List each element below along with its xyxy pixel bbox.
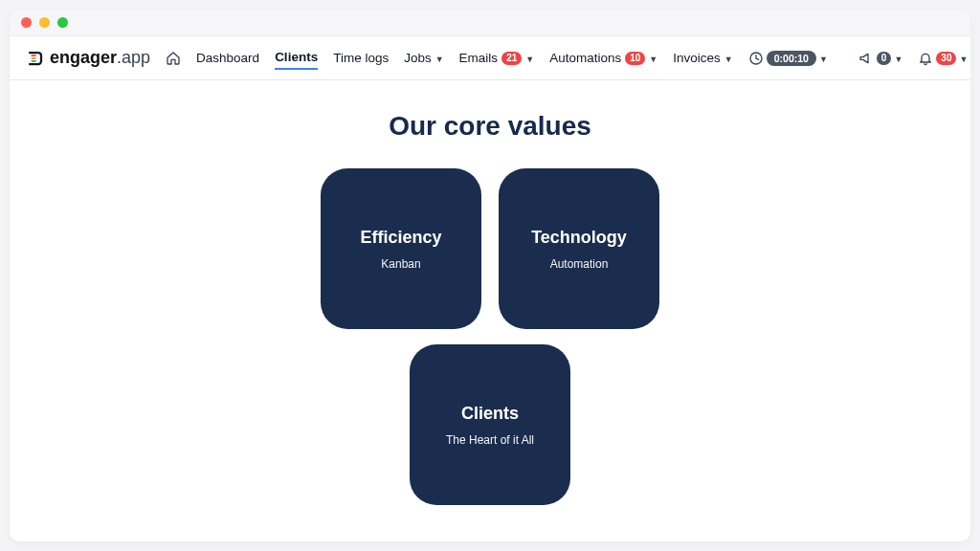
nav-label: Jobs [404,51,432,65]
brand-name-thin: .app [117,48,150,67]
timer-button[interactable]: 0:00:10 ▼ [748,51,828,66]
value-card-title: Efficiency [360,228,441,248]
nav-label: Emails [459,51,499,65]
page-content: Our core values Efficiency Kanban Techno… [10,80,970,541]
chevron-down-icon: ▼ [959,55,968,64]
card-row-bottom: Clients The Heart of it All [410,344,570,505]
emails-badge: 21 [501,52,522,65]
value-card-sub: The Heart of it All [446,433,534,447]
card-row-top: Efficiency Kanban Technology Automation [321,168,659,329]
home-button[interactable] [166,51,181,66]
chevron-down-icon: ▼ [435,55,444,64]
value-cards: Efficiency Kanban Technology Automation … [10,168,970,505]
brand-name-bold: engager [50,48,117,67]
home-icon [166,51,181,66]
nav-dashboard[interactable]: Dashboard [196,47,259,69]
svg-rect-2 [32,59,36,61]
megaphone-icon [858,51,874,66]
nav-timelogs[interactable]: Time logs [333,47,389,69]
bell-icon [918,51,933,66]
value-card-title: Technology [531,228,627,248]
notifications-button[interactable]: 30 ▼ [918,51,968,66]
value-card-technology[interactable]: Technology Automation [499,168,659,329]
automations-badge: 10 [625,52,645,65]
notifications-badge: 30 [936,52,956,65]
timer-value: 0:00:10 [767,51,816,66]
nav-emails[interactable]: Emails 21 ▼ [459,47,535,69]
value-card-clients[interactable]: Clients The Heart of it All [410,344,570,505]
nav-label: Invoices [673,51,721,65]
chevron-down-icon: ▼ [894,55,902,64]
nav-label: Clients [275,50,318,64]
nav-label: Automations [549,51,621,65]
page-title: Our core values [10,111,970,142]
top-nav: engager.app Dashboard Clients Time logs … [10,36,970,80]
chevron-down-icon: ▼ [819,55,828,64]
svg-rect-1 [32,57,36,59]
window-controls [21,17,68,28]
nav-automations[interactable]: Automations 10 ▼ [549,47,657,69]
chevron-down-icon: ▼ [525,55,534,64]
nav-label: Time logs [333,51,389,65]
brand-text: engager.app [50,48,150,68]
brand-logo-block[interactable]: engager.app [27,48,150,68]
chevron-down-icon: ▼ [649,55,657,64]
close-icon[interactable] [21,17,32,28]
value-card-sub: Kanban [381,257,420,271]
nav-jobs[interactable]: Jobs ▼ [404,47,443,69]
announcements-button[interactable]: 0 ▼ [858,51,902,66]
app-window: engager.app Dashboard Clients Time logs … [10,10,970,541]
nav-clients[interactable]: Clients [275,46,318,70]
clock-icon [748,51,764,66]
brand-mark-icon [27,50,44,67]
value-card-title: Clients [461,404,519,424]
nav-label: Dashboard [196,51,259,65]
maximize-icon[interactable] [57,17,68,28]
value-card-sub: Automation [550,257,609,271]
svg-rect-0 [32,55,36,56]
announcements-badge: 0 [877,52,892,65]
window-titlebar [10,10,970,36]
chevron-down-icon: ▼ [724,55,733,64]
minimize-icon[interactable] [39,17,50,28]
value-card-efficiency[interactable]: Efficiency Kanban [321,168,481,329]
nav-invoices[interactable]: Invoices ▼ [673,47,732,69]
